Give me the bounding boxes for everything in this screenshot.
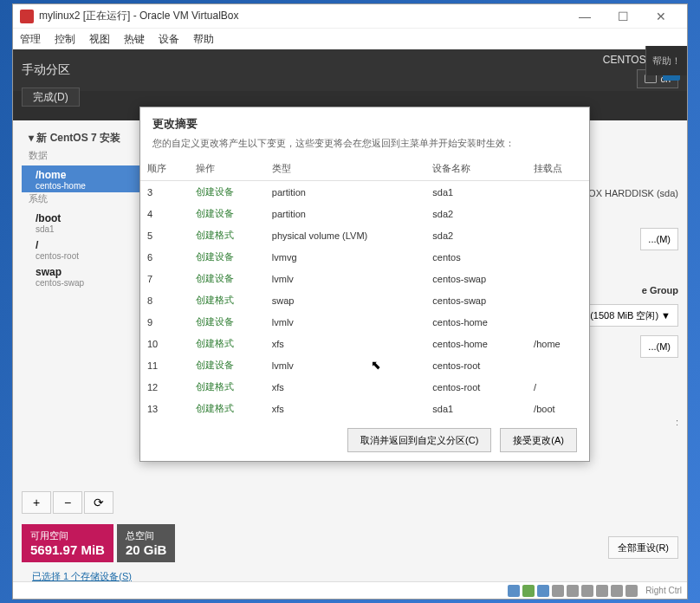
display-indicator-icon[interactable]	[596, 585, 608, 597]
window-title: mylinux2 [正在运行] - Oracle VM VirtualBox	[39, 9, 239, 23]
table-row[interactable]: 5创建格式physical volume (LVM)sda2	[140, 224, 589, 246]
modal-title: 更改摘要	[140, 107, 589, 137]
vg-combo[interactable]: s (1508 MiB 空闲) ▼	[575, 304, 678, 327]
th-op[interactable]: 操作	[189, 157, 265, 181]
sidebar-item-root[interactable]: / centos-root	[22, 236, 143, 263]
modify-button-1[interactable]: ...(M)	[640, 228, 678, 250]
menu-devices[interactable]: 设备	[159, 32, 179, 47]
disk-info: BOX HARDDISK (sda)	[582, 188, 678, 198]
partition-sidebar: ▾ 新 CentOS 7 安装 数据 /home centos-home 系统 …	[22, 127, 143, 289]
available-space: 可用空间 5691.97 MiB	[22, 524, 113, 562]
changes-table: 顺序 操作 类型 设备名称 挂载点 3创建设备partitionsda14创建设…	[140, 157, 589, 419]
colon-label: :	[676, 417, 678, 427]
changes-summary-modal: 更改摘要 您的自定义更改将产生以下变更，这些变更将会在您返回到主菜单并开始安装时…	[139, 107, 590, 462]
table-row[interactable]: 3创建设备partitionsda1	[140, 181, 589, 204]
vbox-icon	[20, 10, 34, 23]
add-partition-button[interactable]: +	[22, 491, 51, 514]
menu-control[interactable]: 控制	[55, 32, 75, 47]
accept-button[interactable]: 接受更改(A)	[500, 428, 577, 452]
modal-subtitle: 您的自定义更改将产生以下变更，这些变更将会在您返回到主菜单并开始安装时生效：	[140, 137, 589, 157]
vbox-window: mylinux2 [正在运行] - Oracle VM VirtualBox —…	[12, 3, 688, 600]
cancel-button[interactable]: 取消并返回到自定义分区(C)	[347, 428, 491, 452]
net-indicator-icon[interactable]	[552, 585, 564, 597]
table-row[interactable]: 4创建设备partitionsda2	[140, 203, 589, 224]
host-key-label: Right Ctrl	[645, 586, 682, 595]
table-row[interactable]: 9创建设备lvmlvcentos-home	[140, 311, 589, 333]
vbox-menubar: 管理 控制 视图 热键 设备 帮助	[13, 29, 687, 49]
help-button[interactable]: 帮助！	[645, 46, 687, 75]
table-row[interactable]: 8创建格式swapcentos-swap	[140, 289, 589, 311]
shared-indicator-icon[interactable]	[581, 585, 593, 597]
hd-indicator-icon[interactable]	[508, 585, 520, 597]
maximize-button[interactable]: ☐	[604, 4, 642, 29]
rec-indicator-icon[interactable]	[611, 585, 623, 597]
remove-partition-button[interactable]: −	[53, 491, 82, 514]
sidebar-section-system: 系统	[22, 192, 143, 209]
vbox-statusbar: Right Ctrl	[13, 581, 687, 599]
table-row[interactable]: 10创建格式xfscentos-home/home	[140, 333, 589, 354]
menu-help[interactable]: 帮助	[193, 32, 214, 47]
table-row[interactable]: 12创建格式xfscentos-root/	[140, 376, 589, 398]
table-row[interactable]: 6创建设备lvmvgcentos	[140, 246, 589, 268]
sidebar-controls: + − ⟳	[22, 491, 113, 514]
modal-buttons: 取消并返回到自定义分区(C) 接受更改(A)	[140, 419, 589, 461]
sidebar-header[interactable]: ▾ 新 CentOS 7 安装	[22, 127, 143, 149]
table-row[interactable]: 11创建设备lvmlvcentos-root	[140, 354, 589, 376]
minimize-button[interactable]: —	[566, 4, 604, 29]
sidebar-section-data: 数据	[22, 149, 143, 165]
table-row[interactable]: 7创建设备lvmlvcentos-swap	[140, 268, 589, 289]
capture-indicator-icon[interactable]	[625, 585, 638, 597]
reset-all-button[interactable]: 全部重设(R)	[608, 536, 678, 559]
th-type[interactable]: 类型	[265, 157, 426, 181]
usb-indicator-icon[interactable]	[567, 585, 579, 597]
sidebar-item-swap[interactable]: swap centos-swap	[22, 263, 143, 289]
cd-indicator-icon[interactable]	[522, 585, 535, 597]
sidebar-item-boot[interactable]: /boot sda1	[22, 209, 143, 236]
keyboard-icon	[645, 75, 657, 83]
audio-indicator-icon[interactable]	[537, 585, 549, 597]
refresh-button[interactable]: ⟳	[84, 491, 113, 514]
modify-button-2[interactable]: ...(M)	[640, 335, 678, 358]
th-device[interactable]: 设备名称	[425, 157, 527, 181]
space-summary: 可用空间 5691.97 MiB 总空间 20 GiB	[22, 524, 175, 562]
sidebar-item-home[interactable]: /home centos-home	[22, 165, 143, 192]
installer-header: 手动分区 CENTOS 7 安装 cn 完成(D)	[13, 49, 687, 91]
done-button[interactable]: 完成(D)	[22, 88, 80, 107]
menu-hotkeys[interactable]: 热键	[124, 32, 145, 47]
vbox-titlebar[interactable]: mylinux2 [正在运行] - Oracle VM VirtualBox —…	[13, 4, 687, 29]
table-row[interactable]: 13创建格式xfssda1/boot	[140, 398, 589, 419]
page-title: 手动分区	[22, 62, 70, 78]
th-order[interactable]: 顺序	[140, 157, 189, 181]
menu-view[interactable]: 视图	[89, 32, 110, 47]
th-mount[interactable]: 挂载点	[527, 157, 589, 181]
vg-label: e Group	[642, 285, 678, 295]
total-space: 总空间 20 GiB	[117, 524, 176, 562]
close-button[interactable]: ✕	[642, 4, 680, 29]
menu-manage[interactable]: 管理	[20, 32, 41, 47]
